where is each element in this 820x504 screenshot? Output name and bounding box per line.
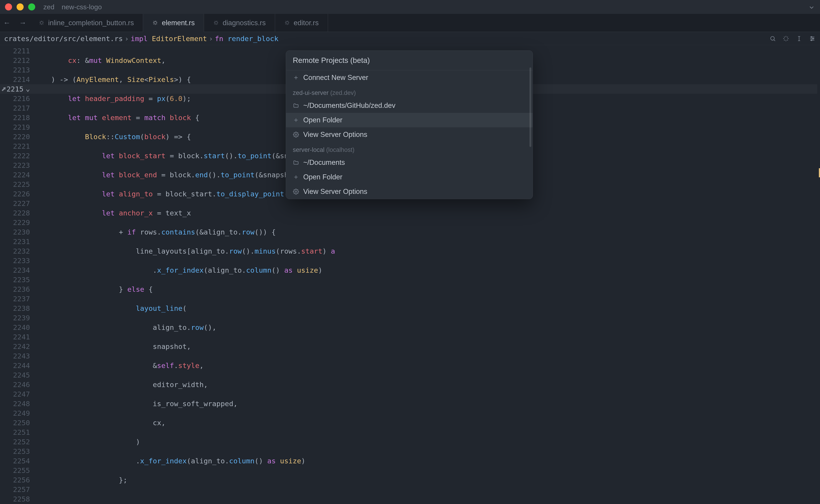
tab-label: editor.rs xyxy=(294,19,319,27)
tab-label: inline_completion_button.rs xyxy=(48,19,134,27)
folder-item[interactable]: ~/Documents/GitHub/zed.dev xyxy=(286,98,533,113)
popup-title: Remote Projects (beta) xyxy=(286,51,533,70)
popup-item-label: Open Folder xyxy=(303,173,342,181)
nav-forward-button[interactable]: → xyxy=(19,19,26,27)
popup-item-label: Open Folder xyxy=(303,116,342,124)
breadcrumb: crates/editor/src/element.rs › impl Edit… xyxy=(0,32,820,45)
popup-scrollbar[interactable] xyxy=(530,67,531,147)
tab-label: diagnostics.rs xyxy=(223,19,266,27)
popup-item-label: View Server Options xyxy=(303,188,367,196)
folder-icon xyxy=(293,160,299,166)
breadcrumb-path[interactable]: crates/editor/src/element.rs xyxy=(4,35,123,43)
folder-item[interactable]: ~/Documents xyxy=(286,155,533,170)
tab-element-rs[interactable]: ⛭ element.rs xyxy=(143,14,204,32)
window-controls xyxy=(5,3,35,10)
server-group-label: server-local (localhost) xyxy=(286,142,533,155)
svg-point-12 xyxy=(295,134,297,136)
breadcrumb-separator: › xyxy=(125,35,129,43)
rust-file-icon: ⛭ xyxy=(284,19,290,27)
popup-item-label: ~/Documents xyxy=(303,158,345,167)
nav-back-button[interactable]: ← xyxy=(3,19,10,27)
view-server-options-item[interactable]: View Server Options xyxy=(286,127,533,142)
breadcrumb-separator: › xyxy=(209,35,213,43)
open-folder-item[interactable]: Open Folder xyxy=(286,170,533,184)
breadcrumb-fn-name[interactable]: render_block xyxy=(228,35,278,43)
tab-bar: ← → ⛭ inline_completion_button.rs ⛭ elem… xyxy=(0,14,820,32)
editor-toolbar xyxy=(770,35,816,42)
breadcrumb-impl-keyword[interactable]: impl xyxy=(131,35,148,43)
zoom-window-button[interactable] xyxy=(28,3,35,10)
plus-icon xyxy=(293,117,299,123)
open-folder-item[interactable]: Open Folder xyxy=(286,113,533,127)
popup-item-label: Connect New Server xyxy=(303,74,368,82)
svg-point-15 xyxy=(295,191,297,193)
breadcrumb-fn-keyword[interactable]: fn xyxy=(215,35,223,43)
svg-point-5 xyxy=(811,36,812,37)
minimize-window-button[interactable] xyxy=(17,3,24,10)
breadcrumb-type[interactable]: EditorElement xyxy=(152,35,207,43)
popup-item-label: View Server Options xyxy=(303,131,367,139)
gear-icon xyxy=(293,132,299,138)
scroll-indicator xyxy=(819,168,820,177)
cursor-icon[interactable] xyxy=(796,35,803,42)
rust-file-icon: ⛭ xyxy=(152,19,158,27)
gear-icon xyxy=(293,189,299,195)
tab-label: element.rs xyxy=(162,19,195,27)
svg-point-6 xyxy=(813,38,814,39)
folder-icon xyxy=(293,103,299,109)
rust-file-icon: ⛭ xyxy=(39,19,45,27)
plus-icon xyxy=(293,75,299,81)
line-number-gutter: 2211 2212 2213 2214 2215⌄ 2216 2217 2218… xyxy=(0,45,34,504)
branch-name[interactable]: new-css-logo xyxy=(62,3,102,11)
connect-new-server-item[interactable]: Connect New Server xyxy=(286,70,533,85)
tab-editor-rs[interactable]: ⛭ editor.rs xyxy=(275,14,328,32)
rust-file-icon: ⛭ xyxy=(213,19,219,27)
svg-point-0 xyxy=(771,36,774,40)
nav-arrows: ← → xyxy=(0,14,30,32)
remote-projects-popup: Remote Projects (beta) Connect New Serve… xyxy=(286,50,533,199)
project-name[interactable]: zed xyxy=(43,3,54,11)
settings-icon[interactable] xyxy=(809,35,816,42)
titlebar: zed new-css-logo xyxy=(0,0,820,14)
tab-diagnostics-rs[interactable]: ⛭ diagnostics.rs xyxy=(204,14,275,32)
close-window-button[interactable] xyxy=(5,3,12,10)
popup-item-label: ~/Documents/GitHub/zed.dev xyxy=(303,101,395,110)
tab-inline-completion-button[interactable]: ⛭ inline_completion_button.rs xyxy=(30,14,143,32)
server-group-label: zed-ui-server (zed.dev) xyxy=(286,85,533,98)
svg-point-7 xyxy=(811,40,812,41)
svg-line-1 xyxy=(774,40,775,41)
assist-icon[interactable] xyxy=(783,35,790,42)
titlebar-menu-button[interactable] xyxy=(808,4,815,11)
plus-icon xyxy=(293,174,299,180)
view-server-options-item[interactable]: View Server Options xyxy=(286,184,533,199)
search-icon[interactable] xyxy=(770,35,776,42)
